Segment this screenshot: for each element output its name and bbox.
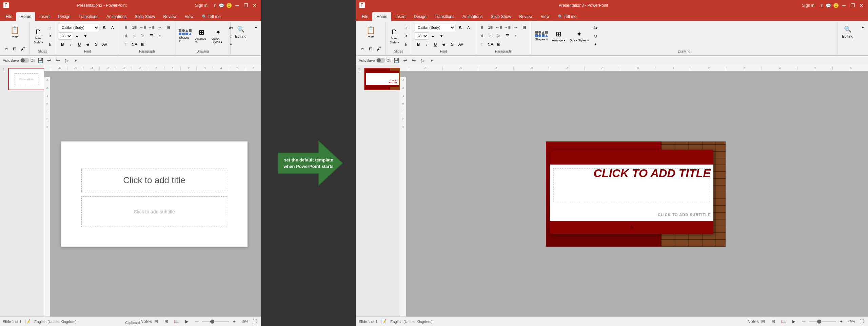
right-tab-design[interactable]: Design bbox=[410, 12, 430, 21]
right-paste-btn[interactable]: 📋 Paste bbox=[364, 24, 377, 41]
left-redo-btn[interactable]: ↪ bbox=[54, 57, 62, 64]
right-linespace-btn[interactable]: ↕ bbox=[512, 32, 519, 40]
right-align-right-btn[interactable]: ⫸ bbox=[495, 32, 502, 40]
left-charspace-btn[interactable]: AV bbox=[101, 41, 108, 48]
left-tab-view[interactable]: View bbox=[181, 12, 198, 21]
left-font-grow-btn[interactable]: A bbox=[100, 24, 108, 31]
right-share-icon[interactable]: ⇧ bbox=[820, 3, 824, 8]
right-zoom-slider[interactable] bbox=[809, 321, 836, 322]
right-redo-btn[interactable]: ↪ bbox=[410, 57, 418, 64]
left-reset-btn[interactable]: ↺ bbox=[46, 32, 54, 40]
right-tab-file[interactable]: File bbox=[358, 12, 372, 21]
left-numbering-btn[interactable]: 1≡ bbox=[131, 24, 138, 31]
left-tab-review[interactable]: Review bbox=[159, 12, 180, 21]
left-quickstyles-btn[interactable]: ✦ Quick Styles ▾ bbox=[210, 26, 226, 46]
right-tab-home[interactable]: Home bbox=[372, 12, 391, 21]
right-tab-tellme[interactable]: 🔍Tell me bbox=[554, 12, 581, 21]
left-underline-btn[interactable]: U bbox=[76, 41, 83, 48]
right-zoom-in-btn[interactable]: + bbox=[837, 318, 845, 325]
right-copy-btn[interactable]: ⊡ bbox=[367, 45, 374, 53]
right-normal-view-btn[interactable]: ⊟ bbox=[760, 318, 767, 325]
left-share-icon[interactable]: ⇧ bbox=[213, 3, 217, 8]
left-indent-less-btn[interactable]: ←≡ bbox=[139, 24, 146, 31]
right-font-size-select[interactable]: 28 bbox=[415, 32, 428, 40]
left-section-btn[interactable]: § bbox=[46, 40, 54, 48]
right-reset-btn[interactable]: ↺ bbox=[402, 32, 410, 40]
right-font-shrink-btn[interactable]: A bbox=[465, 24, 472, 31]
right-charspace-btn[interactable]: AV bbox=[457, 41, 465, 48]
left-italic-btn[interactable]: I bbox=[67, 41, 75, 48]
right-tab-transitions[interactable]: Transitions bbox=[431, 12, 458, 21]
left-font-dec-btn[interactable]: ▼ bbox=[82, 32, 89, 40]
left-justify-btn[interactable]: ☰ bbox=[147, 32, 155, 40]
right-slide-sorter-btn[interactable]: ⊞ bbox=[770, 318, 777, 325]
right-tab-slideshow[interactable]: Slide Show bbox=[487, 12, 515, 21]
left-subtitle-placeholder[interactable]: Click to add subtitle bbox=[81, 196, 227, 227]
right-shapeeffect-btn[interactable]: ✦ bbox=[592, 40, 599, 48]
right-present-btn[interactable]: ▷ bbox=[419, 57, 427, 64]
left-column-btn[interactable]: ⊟ bbox=[164, 24, 172, 31]
right-smartart-btn[interactable]: ⊞ bbox=[495, 41, 502, 48]
right-maximize-btn[interactable]: ❐ bbox=[850, 2, 856, 8]
left-close-btn[interactable]: ✕ bbox=[252, 2, 258, 8]
right-valign-btn[interactable]: ⊤ bbox=[478, 41, 486, 48]
right-underline-btn[interactable]: U bbox=[432, 41, 439, 48]
right-comment-icon[interactable]: 💬 bbox=[826, 3, 831, 8]
right-numbering-btn[interactable]: 1≡ bbox=[487, 24, 494, 31]
left-undo-btn[interactable]: ↩ bbox=[45, 57, 53, 64]
left-save-btn[interactable]: 💾 bbox=[37, 57, 44, 64]
right-close-btn[interactable]: ✕ bbox=[859, 2, 865, 8]
right-notes-btn[interactable]: Notes bbox=[749, 318, 757, 325]
left-align-center-btn[interactable]: ≡ bbox=[131, 32, 138, 40]
right-tab-animations[interactable]: Animations bbox=[458, 12, 487, 21]
right-italic-btn[interactable]: I bbox=[423, 41, 431, 48]
right-indent-less-btn[interactable]: ←≡ bbox=[495, 24, 502, 31]
left-linespace-btn[interactable]: ↕ bbox=[156, 32, 163, 40]
right-align-center-btn[interactable]: ≡ bbox=[487, 32, 494, 40]
left-rtl-btn[interactable]: ↔ bbox=[156, 24, 163, 31]
left-tab-design[interactable]: Design bbox=[54, 12, 74, 21]
right-autosave-toggle[interactable] bbox=[376, 58, 385, 63]
left-paste-btn[interactable]: 📋 Paste bbox=[8, 24, 21, 41]
right-align-left-btn[interactable]: ⫷ bbox=[478, 32, 486, 40]
right-cut-btn[interactable]: ✂ bbox=[359, 45, 366, 53]
left-comment-icon[interactable]: 💬 bbox=[219, 3, 224, 8]
right-tab-insert[interactable]: Insert bbox=[391, 12, 410, 21]
right-fit-slide-btn[interactable]: ⛶ bbox=[858, 318, 865, 325]
right-slide-canvas[interactable]: CLICK TO ADD TITLE CLICK TO ADD SUBTITLE… bbox=[546, 141, 726, 247]
right-slide-1-thumbnail[interactable]: CLICK TOADD TITLE bbox=[364, 68, 401, 90]
left-shadow-btn[interactable]: S bbox=[93, 41, 100, 48]
right-collapse-ribbon-btn[interactable]: ▲ bbox=[859, 23, 867, 31]
left-cut-btn[interactable]: ✂ bbox=[3, 45, 10, 53]
right-textdir-btn[interactable]: ↻A bbox=[487, 41, 494, 48]
left-tab-insert[interactable]: Insert bbox=[35, 12, 54, 21]
right-tab-review[interactable]: Review bbox=[515, 12, 536, 21]
left-align-right-btn[interactable]: ⫸ bbox=[139, 32, 146, 40]
left-format-painter-btn[interactable]: 🖌 bbox=[19, 45, 26, 53]
right-justify-btn[interactable]: ☰ bbox=[504, 32, 511, 40]
right-undo-btn[interactable]: ↩ bbox=[401, 57, 409, 64]
right-tab-view[interactable]: View bbox=[537, 12, 554, 21]
right-reading-view-btn[interactable]: 📖 bbox=[780, 318, 787, 325]
left-font-size-select[interactable]: 28 bbox=[59, 32, 72, 40]
right-qat-more-btn[interactable]: ▾ bbox=[428, 57, 435, 64]
left-valign-btn[interactable]: ⊤ bbox=[122, 41, 130, 48]
left-font-shrink-btn[interactable]: A bbox=[109, 24, 116, 31]
right-shapeoutline-btn[interactable]: ⬡ bbox=[592, 32, 599, 40]
left-zoom-slider[interactable] bbox=[202, 321, 229, 322]
right-font-family-select[interactable]: Calibri (Body) bbox=[415, 24, 455, 31]
left-autosave-toggle[interactable] bbox=[20, 58, 29, 63]
left-present-btn[interactable]: ▷ bbox=[63, 57, 71, 64]
left-minimize-btn[interactable]: ─ bbox=[234, 2, 240, 8]
left-new-slide-btn[interactable]: 🗋 New Slide ▾ bbox=[32, 27, 45, 44]
left-sign-in[interactable]: Sign in bbox=[195, 3, 208, 8]
left-tab-transitions[interactable]: Transitions bbox=[75, 12, 102, 21]
right-column-btn[interactable]: ⊟ bbox=[520, 24, 528, 31]
left-copy-btn[interactable]: ⊡ bbox=[11, 45, 18, 53]
right-shadow-btn[interactable]: S bbox=[449, 41, 456, 48]
left-qat-more-btn[interactable]: ▾ bbox=[72, 57, 79, 64]
left-tab-home[interactable]: Home bbox=[16, 12, 35, 21]
left-title-placeholder[interactable]: Click to add title bbox=[81, 169, 227, 192]
right-notes-icon[interactable]: 📝 bbox=[380, 318, 388, 325]
right-quickstyles-btn[interactable]: ✦ Quick Styles ▾ bbox=[568, 26, 591, 46]
